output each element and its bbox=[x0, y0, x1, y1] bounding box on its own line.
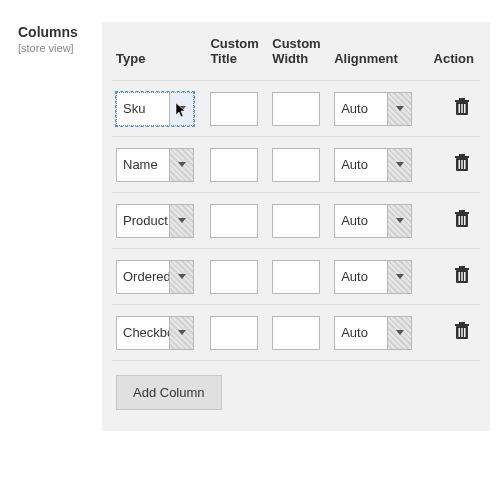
alignment-select[interactable]: Auto bbox=[334, 148, 412, 182]
trash-icon[interactable] bbox=[454, 322, 470, 340]
custom-width-input[interactable] bbox=[272, 92, 320, 126]
svg-rect-29 bbox=[459, 322, 465, 324]
svg-rect-2 bbox=[461, 104, 463, 113]
svg-rect-14 bbox=[461, 216, 463, 225]
type-select[interactable]: Name bbox=[116, 148, 194, 182]
chevron-down-icon[interactable] bbox=[387, 93, 411, 125]
alignment-select-value: Auto bbox=[335, 93, 387, 125]
svg-rect-21 bbox=[464, 272, 466, 281]
svg-rect-5 bbox=[459, 98, 465, 100]
custom-width-input[interactable] bbox=[272, 260, 320, 294]
type-select[interactable]: Sku bbox=[116, 92, 194, 126]
svg-rect-16 bbox=[455, 212, 469, 214]
custom-title-input[interactable] bbox=[210, 260, 258, 294]
svg-rect-26 bbox=[461, 328, 463, 337]
alignment-select[interactable]: Auto bbox=[334, 260, 412, 294]
svg-rect-1 bbox=[459, 104, 461, 113]
svg-rect-11 bbox=[459, 154, 465, 156]
svg-rect-22 bbox=[455, 268, 469, 270]
table-row: Name Auto bbox=[112, 137, 480, 193]
header-type: Type bbox=[112, 30, 206, 81]
chevron-down-icon[interactable] bbox=[169, 205, 193, 237]
trash-icon[interactable] bbox=[454, 266, 470, 284]
custom-title-input[interactable] bbox=[210, 316, 258, 350]
chevron-down-icon[interactable] bbox=[387, 317, 411, 349]
custom-width-input[interactable] bbox=[272, 204, 320, 238]
chevron-down-icon[interactable] bbox=[387, 261, 411, 293]
chevron-down-icon[interactable] bbox=[169, 149, 193, 181]
custom-title-input[interactable] bbox=[210, 92, 258, 126]
alignment-select[interactable]: Auto bbox=[334, 204, 412, 238]
trash-icon[interactable] bbox=[454, 98, 470, 116]
svg-rect-3 bbox=[464, 104, 466, 113]
header-custom-width: Custom Width bbox=[268, 30, 330, 81]
custom-width-input[interactable] bbox=[272, 148, 320, 182]
table-row: Ordered Auto bbox=[112, 249, 480, 305]
header-action: Action bbox=[425, 30, 480, 81]
type-select[interactable]: Product bbox=[116, 204, 194, 238]
type-select[interactable]: Ordered bbox=[116, 260, 194, 294]
type-select[interactable]: Checkbox bbox=[116, 316, 194, 350]
svg-rect-19 bbox=[459, 272, 461, 281]
svg-rect-28 bbox=[455, 324, 469, 326]
custom-title-input[interactable] bbox=[210, 148, 258, 182]
svg-rect-10 bbox=[455, 156, 469, 158]
type-select-value: Product bbox=[117, 205, 169, 237]
chevron-down-icon[interactable] bbox=[387, 205, 411, 237]
table-row: Sku Auto bbox=[112, 81, 480, 137]
section-scope: [store view] bbox=[18, 42, 88, 54]
svg-rect-4 bbox=[455, 100, 469, 102]
custom-title-input[interactable] bbox=[210, 204, 258, 238]
chevron-down-icon[interactable] bbox=[169, 317, 193, 349]
alignment-select-value: Auto bbox=[335, 149, 387, 181]
svg-rect-9 bbox=[464, 160, 466, 169]
table-row: Checkbox Auto bbox=[112, 305, 480, 361]
svg-rect-8 bbox=[461, 160, 463, 169]
custom-width-input[interactable] bbox=[272, 316, 320, 350]
chevron-down-icon[interactable] bbox=[387, 149, 411, 181]
table-row: Product Auto bbox=[112, 193, 480, 249]
trash-icon[interactable] bbox=[454, 210, 470, 228]
section-title: Columns bbox=[18, 24, 88, 40]
trash-icon[interactable] bbox=[454, 154, 470, 172]
header-custom-title: Custom Title bbox=[206, 30, 268, 81]
add-column-button[interactable]: Add Column bbox=[116, 375, 222, 410]
svg-rect-23 bbox=[459, 266, 465, 268]
alignment-select[interactable]: Auto bbox=[334, 316, 412, 350]
type-select-value: Ordered bbox=[117, 261, 169, 293]
alignment-select-value: Auto bbox=[335, 317, 387, 349]
svg-rect-17 bbox=[459, 210, 465, 212]
type-select-value: Sku bbox=[117, 93, 169, 125]
header-alignment: Alignment bbox=[330, 30, 424, 81]
type-select-value: Name bbox=[117, 149, 169, 181]
alignment-select-value: Auto bbox=[335, 261, 387, 293]
svg-rect-20 bbox=[461, 272, 463, 281]
alignment-select[interactable]: Auto bbox=[334, 92, 412, 126]
alignment-select-value: Auto bbox=[335, 205, 387, 237]
svg-rect-15 bbox=[464, 216, 466, 225]
chevron-down-icon[interactable] bbox=[169, 261, 193, 293]
type-select-value: Checkbox bbox=[117, 317, 169, 349]
svg-rect-25 bbox=[459, 328, 461, 337]
svg-rect-27 bbox=[464, 328, 466, 337]
svg-rect-13 bbox=[459, 216, 461, 225]
chevron-down-icon[interactable] bbox=[169, 93, 193, 125]
columns-panel: Type Custom Title Custom Width Alignment… bbox=[102, 22, 490, 431]
svg-rect-7 bbox=[459, 160, 461, 169]
